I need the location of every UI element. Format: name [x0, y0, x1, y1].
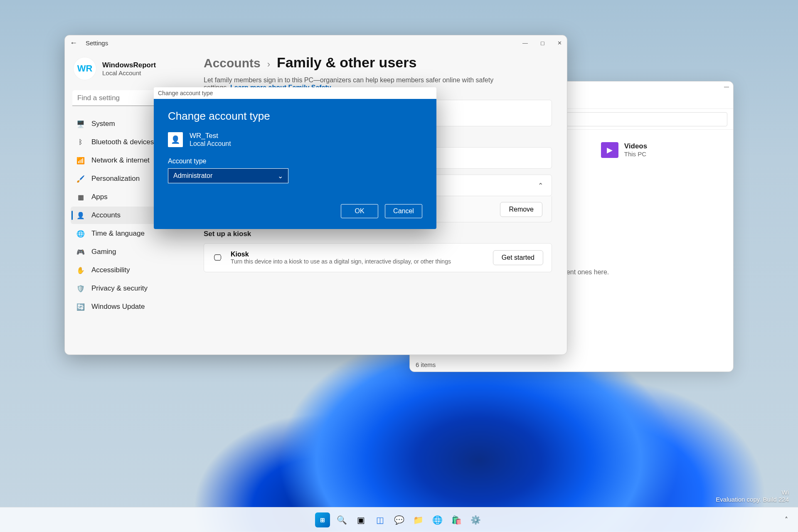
nav-label: Bluetooth & devices — [91, 138, 154, 146]
nav-label: Network & internet — [91, 156, 150, 165]
nav-icon: ▦ — [76, 193, 85, 201]
ok-button[interactable]: OK — [341, 204, 378, 218]
edge-button[interactable]: 🌐 — [430, 512, 445, 527]
remove-button[interactable]: Remove — [500, 202, 542, 217]
maximize-button[interactable]: ◻ — [540, 40, 545, 46]
settings-button[interactable]: ⚙️ — [468, 512, 483, 527]
nav-icon: ✋ — [76, 266, 85, 274]
cancel-button[interactable]: Cancel — [385, 204, 422, 218]
nav-label: Apps — [91, 193, 108, 201]
build-watermark: Wi Evaluation copy. Build 224 — [716, 489, 789, 503]
profile-sub: Local Account — [102, 69, 156, 76]
kiosk-icon: 🖵 — [212, 253, 223, 263]
app-title: Settings — [86, 39, 108, 47]
nav-icon: 🖌️ — [76, 175, 85, 183]
nav-icon: 🖥️ — [76, 120, 85, 128]
get-started-button[interactable]: Get started — [493, 250, 543, 265]
profile-block[interactable]: WR WindowsReport Local Account — [73, 57, 185, 80]
minimize-button[interactable]: — — [724, 84, 729, 87]
folder-label: Videos — [624, 142, 647, 150]
nav-icon: ᛒ — [76, 138, 85, 146]
videos-icon: ▶ — [601, 142, 618, 158]
nav-icon: 📶 — [76, 157, 85, 165]
nav-label: Privacy & security — [91, 284, 148, 293]
nav-label: Accessibility — [91, 266, 130, 274]
kiosk-heading: Set up a kiosk — [204, 230, 552, 238]
chat-button[interactable]: 💬 — [392, 512, 406, 527]
chevron-right-icon: › — [267, 59, 270, 70]
status-bar: 6 items — [416, 361, 436, 368]
settings-titlebar: ← Settings — ◻ ✕ — [65, 35, 567, 50]
folder-videos[interactable]: ▶ Videos This PC — [601, 142, 647, 164]
nav-label: Windows Update — [91, 303, 145, 311]
sidebar-item-privacy-security[interactable]: 🛡️Privacy & security — [71, 280, 188, 297]
dialog-titlebar: Change account type — [154, 87, 436, 99]
file-explorer-button[interactable]: 📁 — [411, 512, 426, 527]
change-account-type-dialog: Change account type Change account type … — [154, 87, 436, 229]
user-icon: 👤 — [168, 132, 183, 147]
nav-label: System — [91, 120, 115, 128]
nav-label: Accounts — [91, 211, 121, 219]
sidebar-item-accessibility[interactable]: ✋Accessibility — [71, 261, 188, 279]
back-button[interactable]: ← — [70, 39, 78, 47]
sidebar-item-gaming[interactable]: 🎮Gaming — [71, 243, 188, 261]
account-type-select[interactable]: Administrator ⌄ — [168, 168, 288, 183]
close-button[interactable]: ✕ — [557, 40, 562, 46]
nav-label: Personalization — [91, 175, 140, 183]
dialog-heading: Change account type — [168, 110, 422, 123]
nav-icon: 🛡️ — [76, 285, 85, 293]
page-title: Family & other users — [277, 54, 416, 71]
nav-label: Time & language — [91, 229, 145, 238]
breadcrumb: Accounts › Family & other users — [204, 54, 552, 71]
store-button[interactable]: 🛍️ — [449, 512, 464, 527]
profile-avatar: WR — [73, 57, 96, 80]
sidebar-item-windows-update[interactable]: 🔄Windows Update — [71, 298, 188, 315]
account-type-label: Account type — [168, 158, 422, 165]
widgets-button[interactable]: ◫ — [372, 512, 387, 527]
dialog-user-sub: Local Account — [190, 140, 231, 148]
task-view-button[interactable]: ▣ — [353, 512, 368, 527]
nav-icon: 👤 — [76, 212, 85, 219]
chevron-down-icon: ⌄ — [278, 172, 283, 180]
nav-icon: 🔄 — [76, 303, 85, 311]
tray-chevron-icon[interactable]: ˄ — [785, 516, 788, 524]
minimize-button[interactable]: — — [522, 40, 528, 46]
start-button[interactable]: ⊞ — [315, 512, 330, 527]
dialog-user-name: WR_Test — [190, 132, 231, 140]
crumb-parent[interactable]: Accounts — [204, 56, 261, 70]
profile-name: WindowsReport — [102, 61, 156, 69]
nav-icon: 🎮 — [76, 248, 85, 256]
taskbar: ⊞ 🔍 ▣ ◫ 💬 📁 🌐 🛍️ ⚙️ ˄ — [0, 507, 798, 532]
taskbar-search[interactable]: 🔍 — [334, 512, 349, 527]
nav-label: Gaming — [91, 248, 116, 256]
nav-icon: 🌐 — [76, 230, 85, 238]
kiosk-card: 🖵 Kiosk Turn this device into a kiosk to… — [204, 243, 552, 272]
chevron-up-icon: ⌃ — [538, 182, 543, 190]
